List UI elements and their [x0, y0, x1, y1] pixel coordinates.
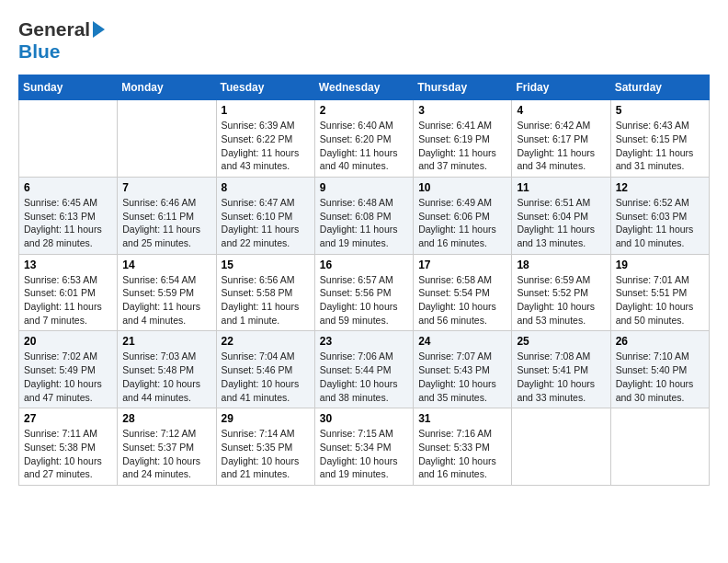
- calendar-cell: [19, 100, 118, 178]
- calendar-cell: 31Sunrise: 7:16 AM Sunset: 5:33 PM Dayli…: [414, 408, 512, 486]
- calendar-cell: 5Sunrise: 6:43 AM Sunset: 6:15 PM Daylig…: [610, 100, 709, 178]
- calendar-cell: 8Sunrise: 6:47 AM Sunset: 6:10 PM Daylig…: [216, 177, 314, 254]
- day-info: Sunrise: 6:52 AM Sunset: 6:03 PM Dayligh…: [616, 196, 704, 250]
- calendar-cell: 14Sunrise: 6:54 AM Sunset: 5:59 PM Dayli…: [118, 254, 216, 331]
- calendar-cell: 4Sunrise: 6:42 AM Sunset: 6:17 PM Daylig…: [512, 100, 610, 178]
- calendar-cell: 13Sunrise: 6:53 AM Sunset: 6:01 PM Dayli…: [19, 254, 118, 331]
- day-number: 21: [122, 335, 210, 348]
- header: General Blue: [18, 18, 710, 62]
- calendar-cell: 9Sunrise: 6:48 AM Sunset: 6:08 PM Daylig…: [314, 177, 413, 254]
- calendar-header-row: SundayMondayTuesdayWednesdayThursdayFrid…: [19, 75, 710, 100]
- day-info: Sunrise: 6:54 AM Sunset: 5:59 PM Dayligh…: [122, 273, 210, 327]
- day-info: Sunrise: 7:10 AM Sunset: 5:40 PM Dayligh…: [616, 350, 704, 404]
- day-number: 23: [320, 335, 408, 348]
- day-number: 13: [24, 259, 112, 271]
- day-number: 27: [24, 412, 112, 425]
- calendar-cell: 3Sunrise: 6:41 AM Sunset: 6:19 PM Daylig…: [414, 100, 512, 178]
- day-number: 28: [122, 412, 210, 425]
- day-info: Sunrise: 6:45 AM Sunset: 6:13 PM Dayligh…: [24, 196, 112, 250]
- calendar-cell: 28Sunrise: 7:12 AM Sunset: 5:37 PM Dayli…: [118, 408, 216, 486]
- day-info: Sunrise: 6:43 AM Sunset: 6:15 PM Dayligh…: [616, 119, 704, 173]
- calendar-cell: 7Sunrise: 6:46 AM Sunset: 6:11 PM Daylig…: [118, 177, 216, 254]
- day-info: Sunrise: 7:03 AM Sunset: 5:48 PM Dayligh…: [122, 350, 210, 404]
- day-number: 14: [122, 259, 210, 271]
- day-info: Sunrise: 7:15 AM Sunset: 5:34 PM Dayligh…: [320, 427, 408, 481]
- day-info: Sunrise: 7:12 AM Sunset: 5:37 PM Dayligh…: [122, 427, 210, 481]
- day-info: Sunrise: 6:51 AM Sunset: 6:04 PM Dayligh…: [517, 196, 605, 250]
- calendar-cell: 19Sunrise: 7:01 AM Sunset: 5:51 PM Dayli…: [610, 254, 709, 331]
- day-number: 30: [320, 412, 408, 425]
- day-number: 25: [517, 335, 605, 348]
- day-number: 29: [222, 412, 310, 425]
- calendar-header-monday: Monday: [118, 75, 216, 100]
- day-info: Sunrise: 7:16 AM Sunset: 5:33 PM Dayligh…: [418, 427, 506, 481]
- day-number: 24: [418, 335, 506, 348]
- day-info: Sunrise: 7:04 AM Sunset: 5:46 PM Dayligh…: [222, 350, 310, 404]
- day-number: 15: [222, 259, 310, 271]
- day-info: Sunrise: 7:02 AM Sunset: 5:49 PM Dayligh…: [24, 350, 112, 404]
- day-info: Sunrise: 6:47 AM Sunset: 6:10 PM Dayligh…: [222, 196, 310, 250]
- logo-blue: Blue: [18, 40, 61, 62]
- logo-general: General: [18, 18, 90, 40]
- calendar-week-4: 20Sunrise: 7:02 AM Sunset: 5:49 PM Dayli…: [19, 331, 710, 408]
- day-info: Sunrise: 6:39 AM Sunset: 6:22 PM Dayligh…: [222, 119, 310, 173]
- calendar-cell: 6Sunrise: 6:45 AM Sunset: 6:13 PM Daylig…: [19, 177, 118, 254]
- day-number: 10: [418, 181, 506, 194]
- day-info: Sunrise: 6:41 AM Sunset: 6:19 PM Dayligh…: [418, 119, 506, 173]
- day-number: 9: [320, 181, 408, 194]
- calendar-cell: 21Sunrise: 7:03 AM Sunset: 5:48 PM Dayli…: [118, 331, 216, 408]
- day-number: 19: [616, 259, 704, 271]
- calendar-page: General Blue SundayMondayTuesdayWednesda…: [0, 0, 728, 495]
- day-info: Sunrise: 7:11 AM Sunset: 5:38 PM Dayligh…: [24, 427, 112, 481]
- day-number: 1: [222, 104, 310, 117]
- calendar-cell: 20Sunrise: 7:02 AM Sunset: 5:49 PM Dayli…: [19, 331, 118, 408]
- day-number: 16: [320, 259, 408, 271]
- day-info: Sunrise: 7:01 AM Sunset: 5:51 PM Dayligh…: [616, 273, 704, 327]
- day-info: Sunrise: 6:48 AM Sunset: 6:08 PM Dayligh…: [320, 196, 408, 250]
- calendar-cell: 26Sunrise: 7:10 AM Sunset: 5:40 PM Dayli…: [610, 331, 709, 408]
- day-number: 4: [517, 104, 605, 117]
- day-number: 2: [320, 104, 408, 117]
- calendar-cell: 16Sunrise: 6:57 AM Sunset: 5:56 PM Dayli…: [314, 254, 413, 331]
- day-info: Sunrise: 6:57 AM Sunset: 5:56 PM Dayligh…: [320, 273, 408, 327]
- calendar-cell: [512, 408, 610, 486]
- calendar-cell: 25Sunrise: 7:08 AM Sunset: 5:41 PM Dayli…: [512, 331, 610, 408]
- calendar-cell: 29Sunrise: 7:14 AM Sunset: 5:35 PM Dayli…: [216, 408, 314, 486]
- calendar-week-3: 13Sunrise: 6:53 AM Sunset: 6:01 PM Dayli…: [19, 254, 710, 331]
- day-number: 6: [24, 181, 112, 194]
- calendar-cell: 10Sunrise: 6:49 AM Sunset: 6:06 PM Dayli…: [414, 177, 512, 254]
- calendar-header-thursday: Thursday: [414, 75, 512, 100]
- calendar-week-2: 6Sunrise: 6:45 AM Sunset: 6:13 PM Daylig…: [19, 177, 710, 254]
- day-number: 26: [616, 335, 704, 348]
- day-number: 3: [418, 104, 506, 117]
- day-number: 31: [418, 412, 506, 425]
- logo: General Blue: [18, 18, 105, 62]
- day-info: Sunrise: 7:06 AM Sunset: 5:44 PM Dayligh…: [320, 350, 408, 404]
- calendar-cell: 12Sunrise: 6:52 AM Sunset: 6:03 PM Dayli…: [610, 177, 709, 254]
- day-info: Sunrise: 6:58 AM Sunset: 5:54 PM Dayligh…: [418, 273, 506, 327]
- day-info: Sunrise: 7:07 AM Sunset: 5:43 PM Dayligh…: [418, 350, 506, 404]
- day-info: Sunrise: 6:53 AM Sunset: 6:01 PM Dayligh…: [24, 273, 112, 327]
- day-number: 17: [418, 259, 506, 271]
- calendar-header-tuesday: Tuesday: [216, 75, 314, 100]
- calendar-table: SundayMondayTuesdayWednesdayThursdayFrid…: [18, 75, 710, 486]
- calendar-cell: [118, 100, 216, 178]
- calendar-cell: 17Sunrise: 6:58 AM Sunset: 5:54 PM Dayli…: [414, 254, 512, 331]
- day-info: Sunrise: 6:49 AM Sunset: 6:06 PM Dayligh…: [418, 196, 506, 250]
- day-info: Sunrise: 6:40 AM Sunset: 6:20 PM Dayligh…: [320, 119, 408, 173]
- calendar-header-friday: Friday: [512, 75, 610, 100]
- calendar-week-5: 27Sunrise: 7:11 AM Sunset: 5:38 PM Dayli…: [19, 408, 710, 486]
- calendar-header-saturday: Saturday: [610, 75, 709, 100]
- day-info: Sunrise: 6:59 AM Sunset: 5:52 PM Dayligh…: [517, 273, 605, 327]
- calendar-cell: 2Sunrise: 6:40 AM Sunset: 6:20 PM Daylig…: [314, 100, 413, 178]
- calendar-cell: [610, 408, 709, 486]
- day-info: Sunrise: 7:14 AM Sunset: 5:35 PM Dayligh…: [222, 427, 310, 481]
- logo-arrow-icon: [93, 21, 105, 38]
- day-number: 7: [122, 181, 210, 194]
- calendar-cell: 30Sunrise: 7:15 AM Sunset: 5:34 PM Dayli…: [314, 408, 413, 486]
- calendar-cell: 22Sunrise: 7:04 AM Sunset: 5:46 PM Dayli…: [216, 331, 314, 408]
- calendar-cell: 15Sunrise: 6:56 AM Sunset: 5:58 PM Dayli…: [216, 254, 314, 331]
- day-number: 8: [222, 181, 310, 194]
- calendar-cell: 27Sunrise: 7:11 AM Sunset: 5:38 PM Dayli…: [19, 408, 118, 486]
- calendar-cell: 18Sunrise: 6:59 AM Sunset: 5:52 PM Dayli…: [512, 254, 610, 331]
